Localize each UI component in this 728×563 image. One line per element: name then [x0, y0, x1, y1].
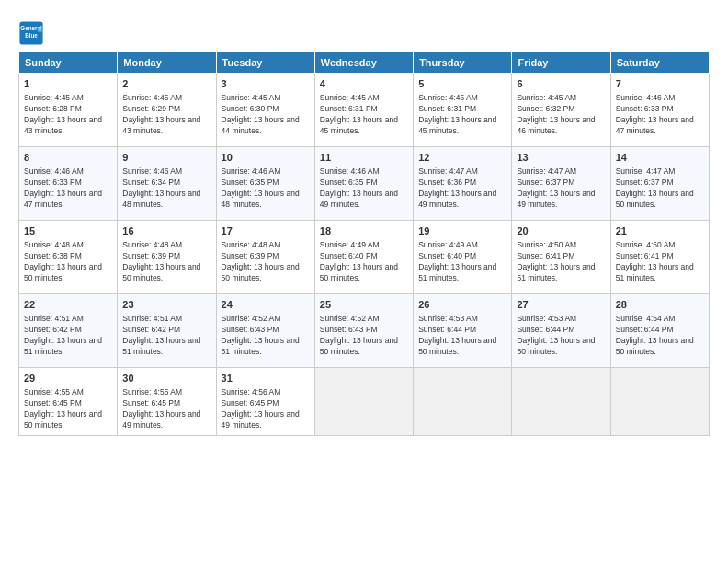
- sunset-label: Sunset: 6:44 PM: [517, 325, 574, 334]
- daylight-label: Daylight: 13 hours and 45 minutes.: [320, 115, 398, 135]
- calendar-cell: 2Sunrise: 4:45 AMSunset: 6:29 PMDaylight…: [118, 74, 216, 147]
- daylight-label: Daylight: 13 hours and 48 minutes.: [222, 189, 300, 209]
- day-number: 21: [616, 224, 704, 238]
- sunrise-label: Sunrise: 4:52 AM: [320, 314, 380, 323]
- day-number: 11: [320, 151, 408, 165]
- sunrise-label: Sunrise: 4:46 AM: [222, 167, 281, 176]
- calendar-cell: 28Sunrise: 4:54 AMSunset: 6:44 PMDayligh…: [610, 294, 709, 368]
- daylight-label: Daylight: 13 hours and 49 minutes.: [517, 189, 595, 209]
- day-number: 22: [24, 298, 112, 312]
- day-number: 28: [616, 298, 704, 312]
- daylight-label: Daylight: 13 hours and 47 minutes.: [616, 115, 694, 135]
- sunrise-label: Sunrise: 4:48 AM: [24, 240, 84, 249]
- sunset-label: Sunset: 6:35 PM: [320, 178, 378, 187]
- calendar-cell: [414, 368, 512, 436]
- daylight-label: Daylight: 13 hours and 50 minutes.: [24, 262, 102, 282]
- day-number: 19: [418, 224, 506, 238]
- sunset-label: Sunset: 6:40 PM: [320, 251, 378, 260]
- daylight-label: Daylight: 13 hours and 45 minutes.: [418, 115, 496, 135]
- sunrise-label: Sunrise: 4:48 AM: [122, 240, 182, 249]
- calendar-cell: [610, 368, 709, 436]
- sunrise-label: Sunrise: 4:47 AM: [616, 167, 676, 176]
- day-number: 30: [122, 372, 210, 385]
- sunrise-label: Sunrise: 4:51 AM: [24, 314, 84, 323]
- daylight-label: Daylight: 13 hours and 51 minutes.: [222, 336, 300, 356]
- calendar-day-header: Tuesday: [216, 52, 314, 74]
- sunset-label: Sunset: 6:37 PM: [517, 178, 574, 187]
- sunrise-label: Sunrise: 4:53 AM: [418, 314, 478, 323]
- sunset-label: Sunset: 6:39 PM: [222, 251, 279, 260]
- sunset-label: Sunset: 6:42 PM: [24, 325, 82, 334]
- sunrise-label: Sunrise: 4:47 AM: [517, 167, 576, 176]
- sunset-label: Sunset: 6:45 PM: [24, 398, 82, 408]
- calendar-cell: 29Sunrise: 4:55 AMSunset: 6:45 PMDayligh…: [19, 368, 118, 436]
- day-number: 31: [222, 372, 310, 385]
- day-number: 24: [222, 298, 310, 312]
- daylight-label: Daylight: 13 hours and 51 minutes.: [418, 262, 496, 282]
- calendar-cell: 1Sunrise: 4:45 AMSunset: 6:28 PMDaylight…: [19, 74, 118, 147]
- sunrise-label: Sunrise: 4:52 AM: [222, 314, 281, 323]
- sunrise-label: Sunrise: 4:46 AM: [24, 167, 84, 176]
- sunset-label: Sunset: 6:36 PM: [418, 178, 476, 187]
- sunrise-label: Sunrise: 4:47 AM: [418, 167, 478, 176]
- sunrise-label: Sunrise: 4:49 AM: [418, 240, 478, 249]
- calendar-day-header: Sunday: [19, 52, 118, 74]
- calendar-cell: 3Sunrise: 4:45 AMSunset: 6:30 PMDaylight…: [216, 74, 314, 147]
- daylight-label: Daylight: 13 hours and 47 minutes.: [24, 189, 102, 209]
- sunset-label: Sunset: 6:42 PM: [122, 325, 180, 334]
- calendar-cell: 20Sunrise: 4:50 AMSunset: 6:41 PMDayligh…: [512, 221, 610, 294]
- sunset-label: Sunset: 6:35 PM: [222, 178, 279, 187]
- sunrise-label: Sunrise: 4:53 AM: [517, 314, 576, 323]
- sunset-label: Sunset: 6:43 PM: [320, 325, 378, 334]
- calendar-cell: 23Sunrise: 4:51 AMSunset: 6:42 PMDayligh…: [118, 294, 216, 368]
- calendar-day-header: Monday: [118, 52, 216, 74]
- sunset-label: Sunset: 6:39 PM: [122, 251, 180, 260]
- sunset-label: Sunset: 6:44 PM: [418, 325, 476, 334]
- calendar-cell: 6Sunrise: 4:45 AMSunset: 6:32 PMDaylight…: [512, 74, 610, 147]
- sunrise-label: Sunrise: 4:46 AM: [320, 167, 380, 176]
- sunrise-label: Sunrise: 4:46 AM: [616, 93, 676, 102]
- sunset-label: Sunset: 6:29 PM: [122, 104, 180, 113]
- header: General Blue: [18, 17, 710, 46]
- day-number: 25: [320, 298, 408, 312]
- daylight-label: Daylight: 13 hours and 50 minutes.: [517, 336, 595, 356]
- sunset-label: Sunset: 6:34 PM: [122, 178, 180, 187]
- sunrise-label: Sunrise: 4:55 AM: [24, 387, 84, 396]
- day-number: 17: [222, 224, 310, 238]
- calendar-cell: 30Sunrise: 4:55 AMSunset: 6:45 PMDayligh…: [118, 368, 216, 436]
- calendar-cell: 4Sunrise: 4:45 AMSunset: 6:31 PMDaylight…: [314, 74, 413, 147]
- calendar-cell: 18Sunrise: 4:49 AMSunset: 6:40 PMDayligh…: [314, 221, 413, 294]
- sunrise-label: Sunrise: 4:45 AM: [320, 93, 380, 102]
- calendar-cell: 14Sunrise: 4:47 AMSunset: 6:37 PMDayligh…: [610, 147, 709, 221]
- daylight-label: Daylight: 13 hours and 48 minutes.: [122, 189, 200, 209]
- daylight-label: Daylight: 13 hours and 50 minutes.: [122, 262, 200, 282]
- daylight-label: Daylight: 13 hours and 51 minutes.: [24, 336, 102, 356]
- day-number: 3: [222, 77, 310, 91]
- sunrise-label: Sunrise: 4:50 AM: [616, 240, 676, 249]
- sunset-label: Sunset: 6:30 PM: [222, 104, 279, 113]
- sunset-label: Sunset: 6:33 PM: [24, 178, 82, 187]
- daylight-label: Daylight: 13 hours and 49 minutes.: [418, 189, 496, 209]
- sunrise-label: Sunrise: 4:49 AM: [320, 240, 380, 249]
- daylight-label: Daylight: 13 hours and 49 minutes.: [222, 409, 300, 430]
- sunrise-label: Sunrise: 4:45 AM: [122, 93, 182, 102]
- calendar-cell: 15Sunrise: 4:48 AMSunset: 6:38 PMDayligh…: [19, 221, 118, 294]
- day-number: 13: [517, 151, 605, 165]
- sunrise-label: Sunrise: 4:45 AM: [222, 93, 281, 102]
- day-number: 7: [616, 77, 704, 91]
- day-number: 15: [24, 224, 112, 238]
- daylight-label: Daylight: 13 hours and 50 minutes.: [418, 336, 496, 356]
- logo: General Blue: [18, 20, 48, 46]
- daylight-label: Daylight: 13 hours and 43 minutes.: [24, 115, 102, 135]
- sunset-label: Sunset: 6:32 PM: [517, 104, 574, 113]
- sunrise-label: Sunrise: 4:54 AM: [616, 314, 676, 323]
- day-number: 8: [24, 151, 112, 165]
- daylight-label: Daylight: 13 hours and 44 minutes.: [222, 115, 300, 135]
- day-number: 5: [418, 77, 506, 91]
- day-number: 2: [122, 77, 210, 91]
- sunset-label: Sunset: 6:45 PM: [122, 398, 180, 408]
- calendar-day-header: Wednesday: [314, 52, 413, 74]
- sunrise-label: Sunrise: 4:46 AM: [122, 167, 182, 176]
- calendar-cell: 5Sunrise: 4:45 AMSunset: 6:31 PMDaylight…: [414, 74, 512, 147]
- day-number: 16: [122, 224, 210, 238]
